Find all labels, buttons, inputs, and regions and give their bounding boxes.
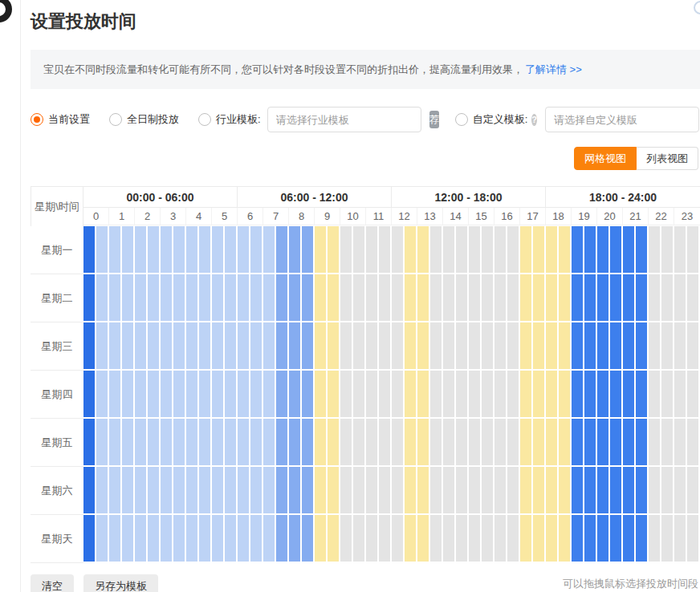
time-cell[interactable] [572, 467, 583, 513]
time-cell[interactable] [250, 419, 262, 465]
time-cell[interactable] [417, 322, 429, 369]
time-cell[interactable] [366, 419, 377, 465]
time-cell[interactable] [469, 515, 480, 562]
time-cell[interactable] [212, 419, 223, 465]
time-cell[interactable] [405, 226, 416, 273]
hour-header-1[interactable]: 1 [109, 208, 135, 225]
time-cell[interactable] [96, 419, 108, 465]
time-cell[interactable] [507, 371, 519, 417]
time-cell[interactable] [212, 467, 223, 513]
time-cell[interactable] [572, 515, 583, 562]
time-cell[interactable] [212, 515, 223, 562]
time-cell[interactable] [674, 419, 686, 465]
time-cell[interactable] [507, 322, 519, 369]
time-cell[interactable] [546, 515, 557, 562]
time-cell[interactable] [533, 274, 544, 321]
time-cell[interactable] [148, 467, 159, 513]
time-cell[interactable] [610, 371, 621, 417]
time-cell[interactable] [238, 322, 249, 369]
time-cell[interactable] [469, 467, 480, 513]
radio-custom-template[interactable]: 自定义模板: [455, 112, 528, 127]
time-cell[interactable] [559, 274, 570, 321]
time-cell[interactable] [584, 322, 596, 369]
time-cell[interactable] [520, 226, 531, 273]
time-cell[interactable] [263, 274, 275, 321]
time-cell[interactable] [430, 467, 442, 513]
time-cell[interactable] [302, 515, 313, 562]
time-cell[interactable] [649, 467, 660, 513]
learn-more-link[interactable]: 了解详情 >> [525, 63, 582, 77]
time-cell[interactable] [456, 467, 467, 513]
time-cell[interactable] [456, 419, 467, 465]
time-cell[interactable] [623, 226, 634, 273]
time-cell[interactable] [135, 274, 146, 321]
time-cell[interactable] [276, 515, 287, 562]
time-cell[interactable] [584, 467, 596, 513]
time-cell[interactable] [340, 371, 352, 417]
time-cell[interactable] [469, 274, 480, 321]
time-cell[interactable] [584, 419, 596, 465]
time-cell[interactable] [353, 515, 364, 562]
day-label-4[interactable]: 星期四 [31, 371, 83, 419]
time-cell[interactable] [379, 371, 390, 417]
time-cell[interactable] [250, 322, 262, 369]
time-cell[interactable] [83, 467, 95, 513]
time-cell[interactable] [405, 274, 416, 321]
time-cell[interactable] [353, 467, 364, 513]
time-cell[interactable] [649, 226, 660, 273]
time-cell[interactable] [96, 467, 108, 513]
time-cell[interactable] [379, 467, 390, 513]
time-cell[interactable] [250, 226, 262, 273]
time-cell[interactable] [674, 371, 686, 417]
time-cell[interactable] [392, 322, 403, 369]
time-cell[interactable] [186, 322, 197, 369]
day-label-1[interactable]: 星期一 [31, 226, 83, 274]
time-cell[interactable] [212, 322, 223, 369]
time-cell[interactable] [443, 515, 454, 562]
hour-header-8[interactable]: 8 [289, 208, 315, 225]
time-cell[interactable] [533, 226, 544, 273]
time-cell[interactable] [173, 226, 185, 273]
time-cell[interactable] [315, 467, 326, 513]
time-cell[interactable] [302, 322, 313, 369]
list-view-button[interactable]: 列表视图 [637, 147, 698, 170]
time-cell[interactable] [597, 419, 608, 465]
time-cell[interactable] [276, 371, 287, 417]
time-cell[interactable] [456, 322, 467, 369]
time-cell[interactable] [661, 322, 673, 369]
time-cell[interactable] [276, 322, 287, 369]
time-cell[interactable] [289, 322, 300, 369]
time-cell[interactable] [507, 419, 519, 465]
time-cell[interactable] [83, 322, 95, 369]
time-cell[interactable] [623, 467, 634, 513]
hour-header-0[interactable]: 0 [83, 208, 109, 225]
hour-header-13[interactable]: 13 [417, 208, 443, 225]
hour-header-19[interactable]: 19 [572, 208, 597, 225]
time-cell[interactable] [302, 467, 313, 513]
time-cell[interactable] [456, 515, 467, 562]
time-cell[interactable] [417, 515, 429, 562]
time-cell[interactable] [417, 371, 429, 417]
radio-industry-template[interactable]: 行业模板: [198, 112, 261, 127]
time-cell[interactable] [276, 274, 287, 321]
hour-header-16[interactable]: 16 [494, 208, 520, 225]
time-cell[interactable] [417, 419, 429, 465]
time-cell[interactable] [225, 419, 236, 465]
time-cell[interactable] [302, 226, 313, 273]
time-cell[interactable] [417, 274, 429, 321]
time-cell[interactable] [636, 371, 647, 417]
time-cell[interactable] [636, 274, 647, 321]
time-cell[interactable] [161, 515, 172, 562]
time-cell[interactable] [225, 274, 236, 321]
time-cell[interactable] [559, 322, 570, 369]
time-cell[interactable] [443, 419, 454, 465]
time-cell[interactable] [250, 467, 262, 513]
time-cell[interactable] [109, 322, 120, 369]
time-cell[interactable] [405, 467, 416, 513]
time-cell[interactable] [469, 226, 480, 273]
time-cell[interactable] [328, 371, 339, 417]
time-cell[interactable] [250, 274, 262, 321]
time-cell[interactable] [456, 274, 467, 321]
time-cell[interactable] [186, 419, 197, 465]
time-cell[interactable] [212, 226, 223, 273]
